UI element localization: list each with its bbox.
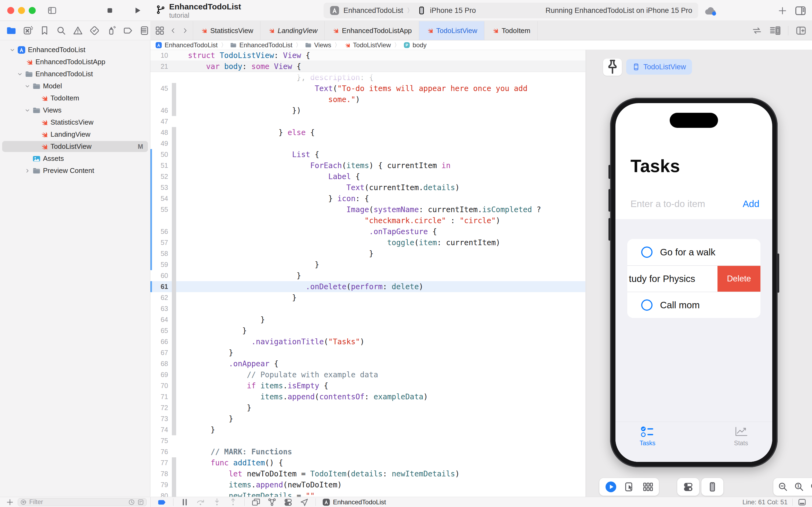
- todo-circle-icon[interactable]: [641, 246, 652, 258]
- code-line[interactable]: "checkmark.circle" : "circle"): [151, 215, 585, 226]
- code-line[interactable]: 61 .onDelete(perform: delete): [151, 281, 585, 292]
- editor-panel-icon[interactable]: [798, 498, 807, 506]
- run-button[interactable]: [132, 5, 142, 15]
- breadcrumb-item[interactable]: EnhancedTodoList: [230, 41, 292, 49]
- sidebar-item-EnhancedTodoListApp[interactable]: EnhancedTodoListApp: [0, 56, 150, 68]
- project-navigator-icon[interactable]: [6, 25, 17, 36]
- debug-icon[interactable]: [106, 25, 117, 36]
- preview-on-device-button[interactable]: [707, 481, 718, 493]
- step-into-icon[interactable]: [212, 498, 222, 507]
- code-line[interactable]: 49: [151, 138, 585, 149]
- code-line[interactable]: 72 }: [151, 402, 585, 413]
- add-file-icon[interactable]: [6, 498, 14, 506]
- code-line[interactable]: 51 ForEach(items) { currentItem in: [151, 160, 585, 171]
- toggle-navigator-icon[interactable]: [47, 6, 57, 15]
- code-line[interactable]: 58 }: [151, 248, 585, 259]
- sidebar-item-Preview Content[interactable]: Preview Content: [0, 165, 150, 177]
- code-line[interactable]: 62 }: [151, 292, 585, 303]
- code-line[interactable]: 54 } icon: {: [151, 193, 585, 204]
- disclosure-down-icon[interactable]: [9, 47, 15, 53]
- sidebar-item-EnhancedTodoList[interactable]: EnhancedTodoList: [0, 44, 150, 56]
- preview-tab-Tasks[interactable]: Tasks: [640, 426, 655, 462]
- add-todo-button[interactable]: Add: [743, 199, 759, 209]
- pin-preview-button[interactable]: [603, 59, 622, 76]
- disclosure-down-icon[interactable]: [24, 83, 31, 90]
- editor-tab-TodoItem[interactable]: TodoItem: [484, 21, 537, 40]
- code-line[interactable]: 79 items.append(newToDoItem): [151, 480, 585, 490]
- code-line[interactable]: 57 toggle(item: currentItem): [151, 237, 585, 248]
- live-preview-button[interactable]: [605, 481, 617, 493]
- close-window-button[interactable]: [7, 7, 14, 14]
- code-line[interactable]: 71 items.append(contentsOf: exampleData): [151, 391, 585, 402]
- code-line[interactable]: 65 }: [151, 325, 585, 336]
- todo-row[interactable]: Go for a walk: [627, 239, 760, 265]
- add-button[interactable]: [777, 6, 787, 15]
- breadcrumb-item[interactable]: Pbody: [403, 41, 427, 49]
- code-line[interactable]: 59 }: [151, 259, 585, 270]
- preview-screen[interactable]: Tasks Enter a to-do item Add Go for a wa…: [616, 103, 772, 462]
- code-line[interactable]: 55 Image(systemName: currentItem.isCompl…: [151, 204, 585, 215]
- add-editor-icon[interactable]: [795, 25, 807, 36]
- tab-overview-icon[interactable]: [155, 25, 165, 36]
- code-line[interactable]: }, description: {: [151, 72, 585, 83]
- code-line[interactable]: 76 // MARK: Functions: [151, 446, 585, 457]
- editor-tab-StatisticsView[interactable]: StatisticsView: [193, 21, 260, 40]
- variants-button[interactable]: [642, 481, 653, 493]
- zoom-window-button[interactable]: [29, 7, 36, 14]
- delete-button[interactable]: Delete: [717, 266, 760, 292]
- toggle-inspector-icon[interactable]: [794, 5, 807, 16]
- recent-files-icon[interactable]: [128, 499, 135, 506]
- view-hierarchy-icon[interactable]: [251, 498, 261, 507]
- breadcrumb-item[interactable]: TodoListView: [344, 41, 391, 49]
- editor-tab-EnhancedTodoListApp[interactable]: EnhancedTodoListApp: [325, 21, 419, 40]
- code-line[interactable]: 47: [151, 116, 585, 127]
- running-app-indicator[interactable]: EnhancedTodoList: [322, 498, 386, 506]
- disclosure-right-icon[interactable]: [24, 168, 31, 174]
- zoom-out-icon[interactable]: [777, 482, 789, 492]
- code-line[interactable]: 52 Label {: [151, 171, 585, 182]
- disclosure-down-icon[interactable]: [24, 107, 31, 114]
- breadcrumb-item[interactable]: EnhancedTodoList: [155, 41, 218, 49]
- source-editor[interactable]: 10struct TodoListView: View {21 var body…: [151, 50, 585, 497]
- device-settings-button[interactable]: [683, 481, 694, 493]
- simulate-location-icon[interactable]: [299, 498, 309, 507]
- code-line[interactable]: 68 .onAppear {: [151, 358, 585, 369]
- zoom-fit-icon[interactable]: [810, 482, 812, 492]
- sidebar-item-TodoItem[interactable]: TodoItem: [0, 92, 150, 104]
- breakpoints-icon[interactable]: [122, 25, 133, 36]
- zoom-100-icon[interactable]: 1: [794, 482, 805, 492]
- sidebar-item-LandingView[interactable]: LandingView: [0, 128, 150, 140]
- related-items-icon[interactable]: [752, 25, 762, 36]
- code-line[interactable]: 75: [151, 435, 585, 446]
- code-line[interactable]: 21 var body: some View {: [151, 61, 585, 72]
- code-line[interactable]: 56 .onTapGesture {: [151, 226, 585, 237]
- tests-icon[interactable]: [89, 25, 100, 36]
- step-out-icon[interactable]: [228, 498, 238, 507]
- sidebar-item-TodoListView[interactable]: TodoListViewM: [0, 140, 150, 153]
- selectable-mode-button[interactable]: [624, 481, 635, 493]
- pause-button[interactable]: [180, 498, 189, 507]
- source-control-filter-icon[interactable]: [137, 499, 144, 506]
- navigator-filter-field[interactable]: Filter: [18, 498, 147, 506]
- sidebar-item-Model[interactable]: Model: [0, 80, 150, 92]
- go-back-icon[interactable]: [170, 26, 177, 35]
- code-line[interactable]: 45 Text("To-do items will appear here on…: [151, 83, 585, 94]
- code-line[interactable]: 10struct TodoListView: View {: [151, 50, 585, 61]
- preview-target-chip[interactable]: TodoListView: [626, 59, 692, 75]
- code-line[interactable]: 67 }: [151, 347, 585, 358]
- breadcrumb-item[interactable]: Views: [305, 41, 331, 49]
- breakpoints-toggle[interactable]: [157, 498, 167, 507]
- stop-button[interactable]: [105, 6, 114, 15]
- code-line[interactable]: some."): [151, 94, 585, 105]
- code-line[interactable]: 80 newItemDetails = "": [151, 490, 585, 497]
- find-icon[interactable]: [56, 25, 67, 36]
- code-line[interactable]: 66 .navigationTitle("Tasks"): [151, 336, 585, 347]
- code-line[interactable]: 70 if items.isEmpty {: [151, 380, 585, 391]
- editor-options-icon[interactable]: [769, 25, 781, 36]
- source-control-icon[interactable]: [22, 25, 33, 36]
- memory-graph-icon[interactable]: [267, 498, 277, 507]
- step-over-icon[interactable]: [196, 498, 206, 507]
- code-line[interactable]: 78 let newToDoItem = TodoItem(details: n…: [151, 468, 585, 480]
- scheme-selector[interactable]: EnhancedTodoList 〉 iPhone 15 Pro Running…: [324, 3, 698, 18]
- code-line[interactable]: 63: [151, 303, 585, 314]
